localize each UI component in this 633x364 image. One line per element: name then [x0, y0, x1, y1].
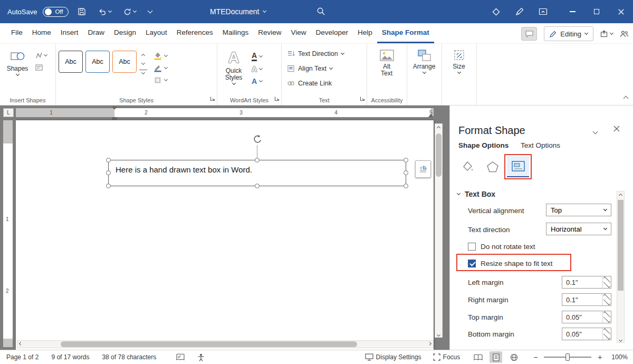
tab-review[interactable]: Review — [253, 23, 286, 43]
effects-options-button[interactable] — [482, 156, 504, 177]
scroll-left-icon[interactable] — [19, 341, 23, 345]
read-mode-button[interactable] — [472, 351, 484, 363]
page-count-status[interactable]: Page 1 of 2 — [6, 353, 39, 361]
document-vertical-scrollbar[interactable] — [435, 123, 443, 338]
redo-button[interactable] — [120, 4, 139, 20]
text-direction-button[interactable]: Text Direction — [287, 47, 364, 60]
resize-handle-bottom-left[interactable] — [106, 184, 111, 188]
spin-down-icon[interactable] — [603, 282, 611, 288]
horizontal-ruler[interactable]: 1 2 3 4 5 — [16, 108, 434, 117]
web-layout-button[interactable] — [507, 351, 520, 363]
word-count-status[interactable]: 9 of 17 words — [51, 353, 89, 361]
close-button[interactable] — [609, 0, 633, 23]
scroll-up-icon[interactable] — [437, 126, 440, 130]
edit-shape-button[interactable] — [35, 52, 47, 59]
shapes-button[interactable]: Shapes — [3, 47, 32, 95]
tab-shape-format[interactable]: Shape Format — [377, 23, 434, 43]
comments-button[interactable] — [521, 27, 537, 41]
selected-text-box[interactable]: Here is a hand drawn text box in Word. — [108, 160, 406, 186]
tab-help[interactable]: Help — [353, 23, 377, 43]
tab-draw[interactable]: Draw — [83, 23, 110, 43]
zoom-in-button[interactable]: + — [596, 353, 603, 361]
resize-handle-top-right[interactable] — [404, 158, 408, 162]
print-layout-button[interactable] — [490, 351, 502, 363]
tab-design[interactable]: Design — [109, 23, 141, 43]
do-not-rotate-checkbox[interactable] — [468, 243, 476, 251]
proofing-status-button[interactable] — [176, 353, 185, 361]
panel-collapse-button[interactable] — [593, 127, 597, 135]
panel-scrollbar[interactable] — [617, 191, 625, 343]
tab-developer[interactable]: Developer — [311, 23, 353, 43]
save-button[interactable] — [74, 4, 89, 20]
document-page[interactable] — [16, 120, 434, 350]
character-count-status[interactable]: 38 of 78 characters — [102, 353, 156, 361]
undo-button[interactable] — [95, 4, 114, 20]
text-box-section-header[interactable]: Text Box — [457, 190, 495, 198]
ribbon-display-options-button[interactable] — [539, 7, 548, 16]
gallery-down-button[interactable] — [139, 61, 147, 67]
spin-down-icon[interactable] — [603, 300, 611, 305]
scroll-down-icon[interactable] — [437, 333, 440, 337]
spin-down-icon[interactable] — [603, 334, 611, 340]
collapse-ribbon-button[interactable] — [624, 94, 628, 102]
share-button[interactable] — [600, 30, 613, 37]
rotate-handle[interactable] — [252, 134, 263, 145]
designer-button[interactable] — [492, 7, 501, 16]
do-not-rotate-label[interactable]: Do not rotate text — [481, 243, 535, 251]
shape-style-option[interactable]: Abc — [59, 51, 83, 73]
create-link-button[interactable]: Create Link — [287, 77, 364, 90]
vertical-alignment-dropdown[interactable]: Top — [546, 204, 611, 216]
right-margin-spinner[interactable]: 0.1" — [562, 293, 611, 306]
scroll-up-icon[interactable] — [619, 194, 622, 197]
resize-handle-bottom-right[interactable] — [404, 184, 408, 188]
size-button[interactable]: Size — [445, 47, 473, 73]
maximize-button[interactable] — [584, 0, 609, 23]
text-effects-button[interactable]: A — [252, 77, 262, 85]
panel-tab-shape-options[interactable]: Shape Options — [458, 141, 509, 149]
bottom-margin-spinner[interactable]: 0.05" — [562, 328, 611, 340]
zoom-level-button[interactable]: 100% — [611, 353, 628, 361]
scroll-right-icon[interactable] — [428, 341, 431, 345]
resize-handle-middle-right[interactable] — [404, 170, 408, 175]
arrange-button[interactable]: Arrange — [410, 47, 438, 73]
hanging-indent-marker[interactable] — [112, 108, 117, 120]
shape-style-option[interactable]: Abc — [85, 51, 110, 73]
minimize-button[interactable] — [560, 0, 584, 23]
tab-layout[interactable]: Layout — [141, 23, 172, 43]
tab-file[interactable]: File — [6, 23, 27, 43]
display-settings-button[interactable]: Display Settings — [365, 353, 421, 361]
zoom-slider[interactable] — [544, 357, 591, 358]
text-direction-dropdown[interactable]: Horizontal — [546, 223, 611, 235]
inking-button[interactable] — [515, 7, 524, 16]
document-horizontal-scrollbar[interactable] — [17, 340, 434, 348]
draw-text-box-button[interactable] — [35, 64, 47, 71]
editing-mode-button[interactable]: Editing — [544, 26, 593, 41]
text-fill-button[interactable]: A — [252, 52, 262, 61]
gallery-up-button[interactable] — [139, 52, 147, 58]
customize-quick-access-button[interactable] — [145, 4, 155, 20]
left-margin-spinner[interactable]: 0.1" — [562, 276, 611, 289]
quick-styles-button[interactable]: A Quick Styles — [220, 47, 247, 95]
text-outline-button[interactable]: A — [252, 65, 262, 73]
people-button[interactable] — [620, 31, 629, 37]
gallery-more-button[interactable] — [139, 70, 147, 76]
panel-scroll-thumb[interactable] — [618, 200, 624, 291]
spin-down-icon[interactable] — [603, 317, 611, 323]
shape-effects-button[interactable] — [154, 76, 167, 84]
shape-outline-button[interactable] — [154, 64, 167, 72]
zoom-out-button[interactable]: − — [532, 353, 539, 361]
document-title[interactable]: MTEDocument — [210, 0, 266, 23]
shape-style-option[interactable]: Abc — [112, 51, 137, 73]
panel-tab-text-options[interactable]: Text Options — [521, 141, 560, 149]
focus-mode-button[interactable]: Focus — [433, 353, 461, 361]
tab-view[interactable]: View — [286, 23, 311, 43]
right-indent-marker[interactable] — [428, 114, 434, 117]
tab-insert[interactable]: Insert — [56, 23, 83, 43]
tab-references[interactable]: References — [172, 23, 218, 43]
shape-fill-button[interactable] — [154, 52, 167, 60]
align-text-button[interactable]: Align Text — [287, 62, 364, 75]
search-button[interactable] — [316, 7, 325, 17]
tab-mailings[interactable]: Mailings — [218, 23, 254, 43]
alt-text-button[interactable]: Alt Text — [370, 47, 404, 77]
fill-line-options-button[interactable] — [456, 156, 478, 177]
